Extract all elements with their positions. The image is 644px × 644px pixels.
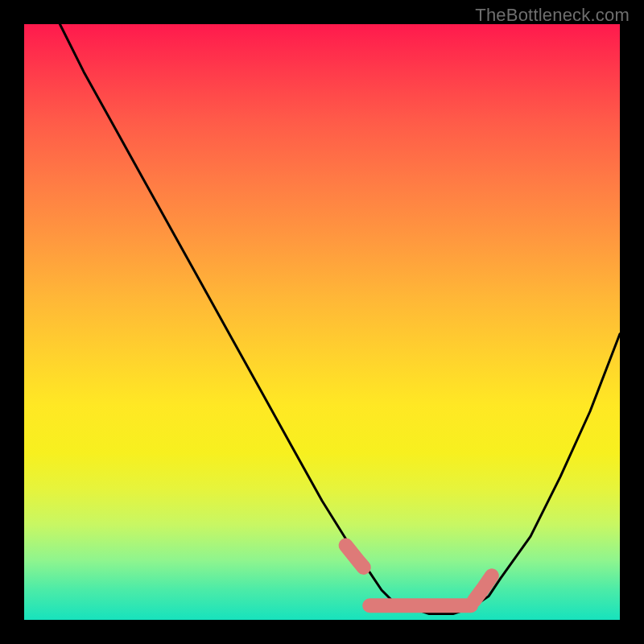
watermark-text: TheBottleneck.com — [475, 5, 630, 26]
chart-frame: TheBottleneck.com — [0, 0, 644, 644]
curve-layer — [60, 24, 620, 614]
plot-area — [24, 24, 620, 620]
highlight-segment-0 — [346, 546, 364, 568]
chart-svg — [24, 24, 620, 620]
highlight-layer — [346, 546, 492, 606]
main-curve — [60, 24, 620, 614]
